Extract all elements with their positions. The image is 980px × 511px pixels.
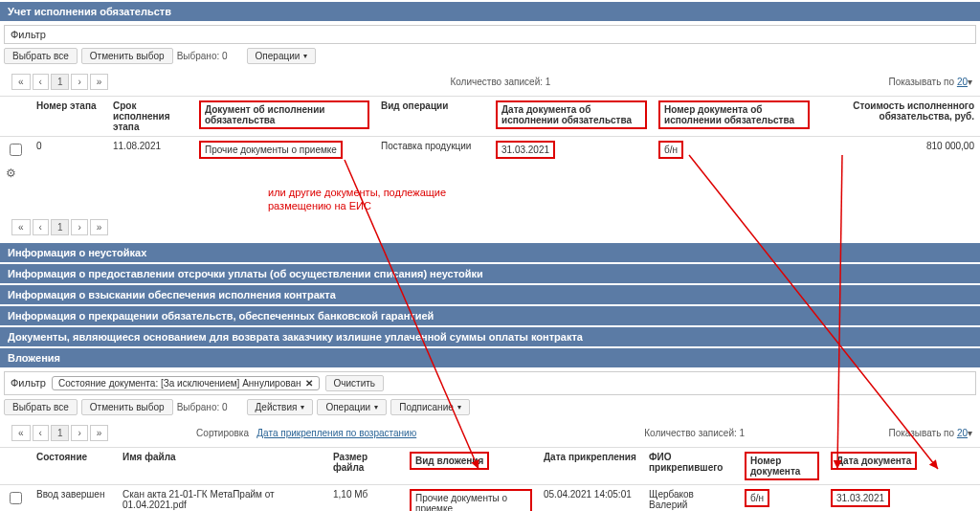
filter-chip[interactable]: Состояние документа: [За исключением] Ан… bbox=[52, 376, 320, 390]
annotation-text: или другие документы, подлежащие размеще… bbox=[268, 186, 980, 213]
pager-last[interactable]: » bbox=[90, 74, 109, 90]
section-refund[interactable]: Документы, являющиеся основанием для воз… bbox=[0, 327, 980, 346]
cell-filesize: 1,10 Мб bbox=[327, 484, 404, 511]
cell-doc-no: б/н bbox=[658, 141, 683, 159]
pager-top-2: « ‹ 1 › » bbox=[11, 425, 108, 441]
attachments-table: Состояние Имя файла Размер файла Вид вло… bbox=[0, 447, 980, 511]
signing-dropdown[interactable]: Подписание bbox=[390, 399, 470, 415]
cell-doc-date-2: 31.03.2021 bbox=[831, 489, 890, 507]
operations-dropdown-2[interactable]: Операции bbox=[317, 399, 387, 415]
cell-doc-no-2: б/н bbox=[745, 489, 769, 507]
gear-icon[interactable]: ⚙ bbox=[6, 167, 16, 180]
pager-first[interactable]: « bbox=[11, 74, 31, 90]
pager-page[interactable]: 1 bbox=[51, 219, 70, 235]
pager-page[interactable]: 1 bbox=[51, 425, 70, 441]
pager-prev[interactable]: ‹ bbox=[33, 219, 49, 235]
records-count-2: Количество записей: 1 bbox=[501, 428, 889, 438]
section-deferment[interactable]: Информация о предоставлении отсрочки упл… bbox=[0, 264, 980, 283]
select-all-button-2[interactable]: Выбрать все bbox=[4, 399, 78, 415]
sort-link[interactable]: Дата прикрепления по возрастанию bbox=[256, 428, 416, 438]
section-obligations[interactable]: Учет исполнения обязательств bbox=[0, 2, 980, 21]
cell-doc-date: 31.03.2021 bbox=[496, 141, 555, 159]
operations-dropdown[interactable]: Операции bbox=[247, 48, 317, 64]
filter-label-2: Фильтр bbox=[11, 377, 46, 389]
cell-attach-type: Прочие документы о приемке bbox=[410, 489, 532, 511]
pager-first[interactable]: « bbox=[11, 219, 31, 235]
col-doc-no: Номер документа об исполнении обязательс… bbox=[658, 100, 810, 129]
cell-cost: 810 000,00 bbox=[815, 137, 980, 164]
filter-bar-1: Фильтр bbox=[4, 25, 976, 44]
filter-label: Фильтр bbox=[11, 29, 46, 40]
cell-attach-date: 05.04.2021 14:05:01 bbox=[538, 484, 643, 511]
pager-next[interactable]: › bbox=[71, 219, 87, 235]
show-per-page-label: Показывать по bbox=[888, 77, 954, 87]
col-stage-no: Номер этапа bbox=[31, 97, 107, 137]
pager-last[interactable]: » bbox=[90, 219, 109, 235]
cell-state: Ввод завершен bbox=[31, 484, 117, 511]
col-filesize: Размер файла bbox=[327, 447, 404, 484]
section-termination[interactable]: Информация о прекращении обязательств, о… bbox=[0, 306, 980, 325]
records-count: Количество записей: 1 bbox=[112, 77, 888, 87]
pager-prev[interactable]: ‹ bbox=[33, 74, 49, 90]
col-doc-date: Дата документа об исполнении обязательст… bbox=[496, 100, 647, 129]
col-op-type: Вид операции bbox=[375, 97, 490, 137]
section-recovery[interactable]: Информация о взыскании обеспечения испол… bbox=[0, 285, 980, 304]
row-checkbox[interactable] bbox=[10, 144, 22, 156]
cell-stage-no: 0 bbox=[31, 137, 107, 164]
col-attach-date: Дата прикрепления bbox=[538, 447, 643, 484]
deselect-button[interactable]: Отменить выбор bbox=[81, 48, 173, 64]
section-attachments[interactable]: Вложения bbox=[0, 348, 980, 367]
cell-attached-by: Щербаков Валерий Геннадьевич bbox=[643, 484, 739, 511]
cell-filename: Скан акта 21-01-ГК МетаПрайм от 01.04.20… bbox=[117, 484, 327, 511]
chevron-down-icon: ▾ bbox=[968, 428, 972, 438]
pager-top: « ‹ 1 › » bbox=[11, 74, 108, 90]
filter-bar-2: Фильтр Состояние документа: [За исключен… bbox=[4, 371, 976, 395]
clear-button[interactable]: Очистить bbox=[325, 375, 385, 391]
col-doc-date-2: Дата документа bbox=[831, 452, 917, 470]
deselect-button-2[interactable]: Отменить выбор bbox=[81, 399, 173, 415]
table-row[interactable]: 0 11.08.2021 Прочие документы о приемке … bbox=[0, 137, 980, 164]
col-doc-exec: Документ об исполнении обязательства bbox=[199, 100, 369, 129]
selected-count-2: Выбрано: 0 bbox=[177, 402, 228, 412]
select-all-button[interactable]: Выбрать все bbox=[4, 48, 78, 64]
pager-page[interactable]: 1 bbox=[51, 74, 70, 90]
cell-op-type: Поставка продукции bbox=[375, 137, 490, 164]
cell-doc-exec: Прочие документы о приемке bbox=[199, 141, 343, 159]
show-per-page-value-2[interactable]: 20 bbox=[957, 428, 968, 438]
col-attached-by: ФИО прикрепившего bbox=[643, 447, 739, 484]
col-doc-no-2: Номер документа bbox=[745, 452, 819, 480]
pager-prev[interactable]: ‹ bbox=[33, 425, 49, 441]
row-checkbox[interactable] bbox=[10, 492, 22, 504]
pager-bottom-1: « ‹ 1 › » bbox=[11, 219, 108, 235]
cell-stage-deadline: 11.08.2021 bbox=[107, 137, 193, 164]
show-per-page-value[interactable]: 20 bbox=[957, 77, 968, 87]
obligations-table: Номер этапа Срок исполнения этапа Докуме… bbox=[0, 96, 980, 184]
col-cost: Стоимость исполненного обязательства, ру… bbox=[815, 97, 980, 137]
col-stage-deadline: Срок исполнения этапа bbox=[107, 97, 193, 137]
section-penalties[interactable]: Информация о неустойках bbox=[0, 243, 980, 262]
col-filename: Имя файла bbox=[117, 447, 327, 484]
chevron-down-icon: ▾ bbox=[968, 77, 972, 87]
col-attach-type: Вид вложения bbox=[410, 452, 489, 470]
table-row[interactable]: Ввод завершен Скан акта 21-01-ГК МетаПра… bbox=[0, 484, 980, 511]
pager-last[interactable]: » bbox=[90, 425, 109, 441]
sort-label: Сортировка bbox=[196, 428, 249, 438]
pager-first[interactable]: « bbox=[11, 425, 31, 441]
pager-next[interactable]: › bbox=[71, 425, 87, 441]
col-state: Состояние bbox=[31, 447, 117, 484]
pager-next[interactable]: › bbox=[71, 74, 87, 90]
close-icon[interactable]: ✕ bbox=[305, 378, 313, 389]
selected-count: Выбрано: 0 bbox=[177, 51, 228, 61]
show-per-page-label-2: Показывать по bbox=[888, 428, 954, 438]
actions-dropdown[interactable]: Действия bbox=[247, 399, 314, 415]
